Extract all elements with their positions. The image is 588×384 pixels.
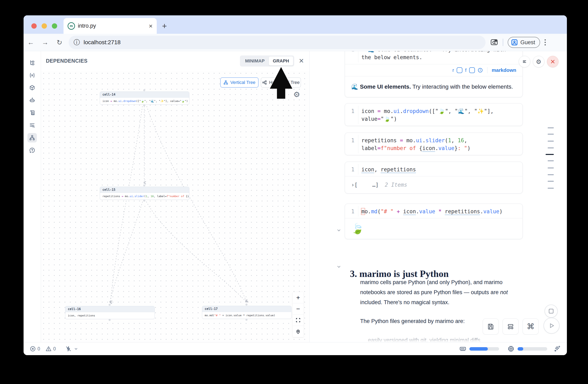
code-cell-md[interactable]: 1 mo.md("# " + icon.value * repetitions.… bbox=[345, 204, 523, 239]
browser-tab-strip: m intro.py × + bbox=[23, 15, 567, 34]
sidebar-item-help[interactable] bbox=[27, 146, 37, 155]
ai-sparkle-icon[interactable] bbox=[553, 345, 561, 352]
zoom-in-button[interactable]: + bbox=[293, 292, 304, 303]
cell-minimap-mark[interactable] bbox=[548, 174, 554, 175]
vertical-tree-button[interactable]: Vertical Tree bbox=[220, 77, 259, 88]
graph-node-cell-17[interactable]: cell-17 mo.md("# " + icon.value * repeti… bbox=[202, 306, 292, 319]
cell-minimap-mark-active[interactable] bbox=[546, 154, 554, 155]
cell-footer: r f markdown bbox=[345, 64, 523, 76]
cell-minimap-mark[interactable] bbox=[548, 147, 554, 148]
code-cell-dropdown[interactable]: 1 icon = mo.ui.dropdown(["🍃", "🌊", "✨"],… bbox=[345, 103, 523, 126]
profile-button[interactable]: Guest bbox=[508, 37, 540, 48]
traffic-light-zoom[interactable] bbox=[52, 23, 57, 29]
code-line: mo.md("# " + icon.value * repetitions.va… bbox=[361, 208, 518, 215]
toggle-checkbox[interactable] bbox=[457, 67, 462, 73]
graph-tab[interactable]: GRAPH bbox=[269, 57, 293, 65]
memory-usage-meter bbox=[469, 347, 499, 351]
cell-minimap-mark[interactable] bbox=[548, 141, 554, 142]
shutdown-button[interactable]: ✕ bbox=[547, 56, 559, 67]
cell-editor[interactable]: 1 icon, repetitions bbox=[345, 162, 523, 176]
save-button[interactable] bbox=[483, 319, 499, 334]
graph-node-cell-14[interactable]: cell-14 icon = mo.ui.dropdown(["🍃", "🌊",… bbox=[100, 92, 189, 105]
fit-view-button[interactable] bbox=[293, 315, 304, 326]
code-line: label=f"number of {icon.value}: ") bbox=[361, 144, 518, 152]
keyboard-shortcuts-button[interactable]: ⌘ bbox=[523, 319, 539, 334]
markdown-cell[interactable]: 1 **🌊 Some UI elements.** Try interactin… bbox=[345, 51, 523, 97]
cell-editor[interactable]: 1 repetitions = mo.ui.slider(1, 16, labe… bbox=[345, 133, 523, 155]
sidebar-item-scratchpad[interactable] bbox=[27, 108, 37, 117]
status-bar: 0 0 bbox=[23, 342, 567, 355]
notebook-settings-button[interactable]: ⚙ bbox=[533, 56, 544, 67]
minimap-tab[interactable]: MINIMAP bbox=[241, 57, 269, 65]
line-number: 1 bbox=[345, 107, 355, 115]
close-panel-icon[interactable]: ✕ bbox=[299, 57, 304, 65]
sidebar-item-ai-assistant[interactable] bbox=[27, 96, 37, 105]
code-cell-slider[interactable]: 1 repetitions = mo.ui.slider(1, 16, labe… bbox=[345, 133, 523, 155]
sidebar-item-file-explorer[interactable] bbox=[27, 58, 37, 68]
graph-node-cell-15[interactable]: cell-15 repetitions = mo.ui.slider(1, 16… bbox=[100, 187, 189, 200]
dependencies-header: DEPENDENCIES MINIMAP GRAPH ✕ bbox=[41, 51, 309, 71]
sidebar-item-variables[interactable] bbox=[27, 71, 37, 80]
graph-settings-icon[interactable]: ⚙ bbox=[294, 90, 300, 99]
code-cell-tuple[interactable]: 1 icon, repetitions ›[ …] 2 Items bbox=[345, 162, 523, 193]
cell-output: 🍃 bbox=[345, 218, 523, 239]
traffic-light-close[interactable] bbox=[31, 23, 37, 29]
chevron-down-icon[interactable] bbox=[74, 346, 79, 351]
browser-tab[interactable]: m intro.py × bbox=[63, 18, 157, 34]
line-number: 1 bbox=[345, 136, 355, 144]
cell-minimap-mark[interactable] bbox=[548, 188, 554, 189]
line-number: 1 bbox=[345, 208, 355, 215]
run-all-button[interactable] bbox=[544, 318, 560, 334]
errors-icon[interactable] bbox=[30, 346, 36, 352]
view-toggle: MINIMAP GRAPH bbox=[240, 56, 294, 67]
layout-toggle-button[interactable] bbox=[503, 319, 519, 334]
language-badge[interactable]: markdown bbox=[492, 67, 516, 73]
cell-editor[interactable]: 1 **🌊 Some UI elements.** Try interactin… bbox=[345, 51, 523, 64]
zoom-out-button[interactable]: − bbox=[293, 303, 304, 315]
notebook-menu-button[interactable] bbox=[519, 56, 530, 67]
autorun-disabled-icon[interactable] bbox=[65, 346, 71, 352]
browser-menu-icon[interactable] bbox=[545, 39, 546, 45]
new-tab-button[interactable]: + bbox=[162, 21, 167, 31]
url-text: localhost:2718 bbox=[84, 39, 121, 46]
reload-button[interactable]: ↻ bbox=[52, 38, 67, 46]
collapse-chevron-icon[interactable] bbox=[336, 228, 341, 233]
guest-label: Guest bbox=[520, 39, 535, 46]
gear-icon: ⚙ bbox=[536, 58, 542, 65]
cell-editor[interactable]: 1 mo.md("# " + icon.value * repetitions.… bbox=[345, 204, 523, 218]
interrupt-button[interactable] bbox=[545, 305, 558, 318]
graph-node-cell-16[interactable]: cell-16 icon, repetitions bbox=[65, 306, 155, 319]
traffic-light-minimize[interactable] bbox=[42, 23, 47, 29]
cell-editor[interactable]: 1 icon = mo.ui.dropdown(["🍃", "🌊", "✨"],… bbox=[345, 104, 523, 126]
collapsed-output[interactable]: ›[ …] 2 Items bbox=[345, 176, 523, 193]
dependency-edges bbox=[41, 71, 309, 342]
cell-minimap-mark[interactable] bbox=[548, 181, 554, 182]
back-button[interactable]: ← bbox=[23, 38, 38, 46]
cell-minimap-mark[interactable] bbox=[548, 167, 554, 169]
section-collapse-chevron-icon[interactable] bbox=[336, 264, 341, 269]
tab-close-icon[interactable]: × bbox=[149, 23, 153, 29]
cell-minimap-mark[interactable] bbox=[548, 160, 554, 161]
info-icon[interactable] bbox=[478, 68, 483, 73]
vertical-tree-label: Vertical Tree bbox=[230, 80, 255, 85]
browser-toolbar: ← → ↻ ⓘ localhost:2718 Guest bbox=[23, 34, 567, 51]
browser-window: m intro.py × + ← → ↻ ⓘ localhost:2718 bbox=[23, 15, 567, 355]
sidebar-item-snippets[interactable] bbox=[27, 121, 37, 130]
cell-minimap-mark[interactable] bbox=[548, 127, 554, 128]
toggle-checkbox[interactable] bbox=[469, 67, 475, 73]
address-bar[interactable]: ⓘ localhost:2718 bbox=[69, 36, 485, 49]
warnings-icon[interactable] bbox=[45, 346, 52, 352]
sidebar-item-dependency-graph[interactable] bbox=[27, 133, 37, 142]
horizontal-tree-button[interactable]: Horizontal Tree bbox=[261, 77, 301, 88]
disclosure-bracket[interactable]: ›[ bbox=[351, 182, 357, 188]
graph-canvas[interactable]: Vertical Tree Horizontal Tree ⚙ cell-14 … bbox=[41, 71, 309, 342]
tab-search-icon[interactable] bbox=[490, 38, 498, 46]
forward-button[interactable]: → bbox=[38, 38, 52, 46]
node-code: icon, repetitions bbox=[65, 312, 154, 319]
sidebar-item-packages[interactable] bbox=[27, 83, 37, 93]
cell-minimap-mark[interactable] bbox=[548, 134, 554, 135]
error-count: 0 bbox=[38, 346, 40, 352]
fit-view-icon bbox=[295, 317, 301, 323]
site-info-icon[interactable]: ⓘ bbox=[74, 38, 80, 47]
locate-button[interactable] bbox=[293, 326, 304, 337]
